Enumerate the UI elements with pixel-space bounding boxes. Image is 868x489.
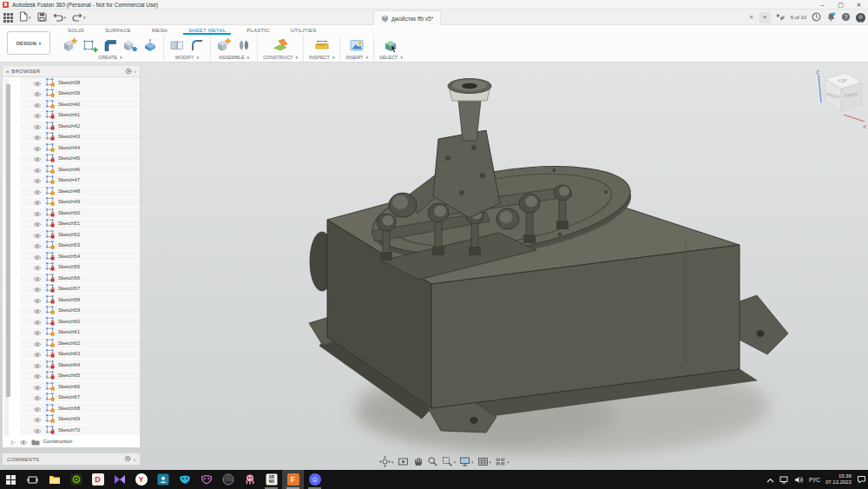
taskbar-nvidia-icon[interactable]: [65, 470, 87, 489]
taskbar-file-explorer-icon[interactable]: [43, 470, 65, 489]
taskbar-helmet-icon[interactable]: [217, 470, 239, 489]
taskbar-task-view-icon[interactable]: [22, 470, 43, 489]
construction-folder-row[interactable]: ▷ Construction: [3, 436, 140, 447]
tray-expand-chevron-icon[interactable]: [766, 472, 774, 487]
construction-plane-icon[interactable]: [273, 37, 288, 53]
view-cube[interactable]: Z X TOP FRONT RIGHT: [807, 68, 868, 130]
measure-icon[interactable]: [314, 37, 330, 53]
new-tab-icon[interactable]: +: [760, 12, 771, 23]
fit-icon[interactable]: ▾: [442, 456, 457, 467]
pan-icon[interactable]: [412, 456, 424, 467]
select-cursor-icon[interactable]: [383, 37, 398, 53]
volume-icon[interactable]: [794, 472, 804, 487]
save-icon[interactable]: [37, 10, 47, 25]
thicken-slab-icon[interactable]: [142, 37, 158, 53]
construction-label: Construction: [43, 439, 73, 444]
ribbon-groups: CREATE▾MODIFY▾ASSEMBLE▾CONSTRUCT▾INSPECT…: [57, 35, 408, 62]
taskbar-yandex-browser-icon[interactable]: Y: [130, 470, 152, 489]
user-avatar[interactable]: [856, 13, 865, 23]
network-icon[interactable]: [779, 472, 789, 487]
visibility-eye-icon[interactable]: [33, 422, 42, 438]
insert-image-icon[interactable]: [349, 37, 365, 53]
taskbar-media-app-icon[interactable]: [108, 470, 130, 489]
group-label-assemble[interactable]: ASSEMBLE▾: [219, 55, 249, 60]
taskbar-start-icon[interactable]: [0, 470, 22, 489]
expand-arrow-icon[interactable]: ▷: [11, 439, 16, 445]
grid-settings-icon[interactable]: ▾: [477, 456, 492, 467]
display-settings-icon[interactable]: ▾: [459, 456, 474, 467]
taskbar-discord-icon[interactable]: ☺: [304, 470, 326, 489]
orbit-icon[interactable]: ▾: [379, 456, 394, 467]
browser-scrollbar-thumb[interactable]: [6, 84, 10, 397]
taskbar-mask-blue-icon[interactable]: [174, 470, 195, 489]
close-tab-icon[interactable]: ✕: [749, 14, 754, 21]
viewports-icon[interactable]: ▾: [495, 456, 510, 467]
ribbon-tab-mesh[interactable]: MESH: [141, 25, 178, 35]
convert-box-icon[interactable]: [122, 37, 138, 53]
minimize-button[interactable]: –: [813, 0, 832, 10]
component-star-icon[interactable]: [216, 37, 232, 53]
sketch-label: Sketch45: [58, 155, 80, 161]
file-menu-icon[interactable]: ▾: [19, 10, 31, 25]
sketch-label: Sketch55: [58, 264, 80, 269]
sketch-label: Sketch51: [58, 221, 80, 226]
taskbar-xrns-icon[interactable]: XRNS: [260, 470, 282, 489]
group-label-select[interactable]: SELECT▾: [379, 55, 403, 60]
flange-icon[interactable]: [102, 37, 118, 53]
ribbon: DESIGN▾ SOLIDSURFACEMESHSHEET METALPLAST…: [0, 25, 868, 63]
panel-chevron-icon[interactable]: ›: [135, 69, 136, 74]
document-tab[interactable]: джойстик ffb v5*: [373, 10, 441, 25]
sketch-label: Sketch57: [58, 286, 80, 291]
notifications-bell-icon[interactable]: [826, 10, 836, 25]
taskbar-octopus-icon[interactable]: [239, 470, 260, 489]
undo-icon[interactable]: ▾: [53, 10, 67, 25]
unfold-icon[interactable]: [169, 37, 185, 53]
corner-round-icon[interactable]: [189, 37, 205, 53]
group-label-modify[interactable]: MODIFY▾: [175, 55, 199, 60]
action-center-icon[interactable]: [857, 472, 866, 487]
ribbon-tab-utilities[interactable]: UTILITIES: [280, 25, 327, 35]
group-label-insert[interactable]: INSERT▾: [345, 55, 368, 60]
visibility-eye-icon[interactable]: [19, 433, 28, 449]
help-icon[interactable]: ?: [841, 10, 851, 25]
workspace-selector[interactable]: DESIGN▾: [7, 31, 50, 55]
group-label-construct[interactable]: CONSTRUCT▾: [263, 55, 298, 60]
collapse-panel-icon[interactable]: «: [6, 69, 9, 74]
group-label-create[interactable]: CREATE▾: [98, 55, 122, 60]
browser-header[interactable]: « BROWSER ›: [3, 66, 140, 77]
browser-panel: « BROWSER › Sketch38Sketch39Sketch40Sket…: [2, 66, 141, 448]
panel-gear-icon[interactable]: [125, 68, 132, 76]
ribbon-tab-plastic[interactable]: PLASTIC: [236, 25, 279, 35]
ribbon-tab-sheet-metal[interactable]: SHEET METAL: [178, 25, 236, 35]
language-indicator[interactable]: РУС: [809, 477, 820, 483]
taskbar-mask-outline-icon[interactable]: [195, 470, 217, 489]
taskbar-chat-teal-icon[interactable]: [152, 470, 174, 489]
zoom-icon[interactable]: [427, 456, 438, 467]
comments-bar[interactable]: COMMENTS ›: [2, 453, 141, 466]
sketch-label: Sketch38: [58, 80, 80, 85]
joint-icon[interactable]: [236, 37, 252, 53]
job-status-icon[interactable]: [776, 10, 786, 25]
group-label-inspect[interactable]: INSPECT▾: [309, 55, 334, 60]
component-star-icon[interactable]: [62, 37, 78, 53]
sketch-label: Sketch43: [58, 134, 80, 139]
maximize-button[interactable]: ▢: [832, 0, 850, 10]
clock-icon[interactable]: [812, 10, 821, 25]
look-at-icon[interactable]: [398, 456, 409, 467]
title-bar[interactable]: Autodesk Fusion 360 (Personal - Not for …: [0, 0, 868, 10]
ribbon-tabs: SOLIDSURFACEMESHSHEET METALPLASTICUTILIT…: [57, 25, 326, 35]
ribbon-tab-solid[interactable]: SOLID: [57, 25, 95, 35]
tray-clock[interactable]: 15:36 07.12.2022: [825, 473, 852, 486]
browser-scrollbar[interactable]: [4, 79, 9, 437]
ribbon-tab-surface[interactable]: SURFACE: [95, 25, 141, 35]
sketch-create-icon[interactable]: [82, 37, 98, 53]
comments-chevron-icon[interactable]: ›: [134, 457, 135, 462]
comments-gear-icon[interactable]: [124, 455, 131, 463]
redo-icon[interactable]: ▾: [72, 10, 86, 25]
sketch-row[interactable]: Sketch70: [20, 425, 140, 436]
taskbar-app-d-icon[interactable]: D: [87, 470, 108, 489]
taskbar-fusion-360-icon[interactable]: F: [282, 470, 304, 489]
app-grid-icon[interactable]: [3, 13, 13, 23]
quick-access-row: ▾ ▾ ▾ джойстик ffb v5* ✕ + 5 of 10 ?: [0, 10, 868, 25]
close-button[interactable]: ✕: [850, 0, 868, 10]
